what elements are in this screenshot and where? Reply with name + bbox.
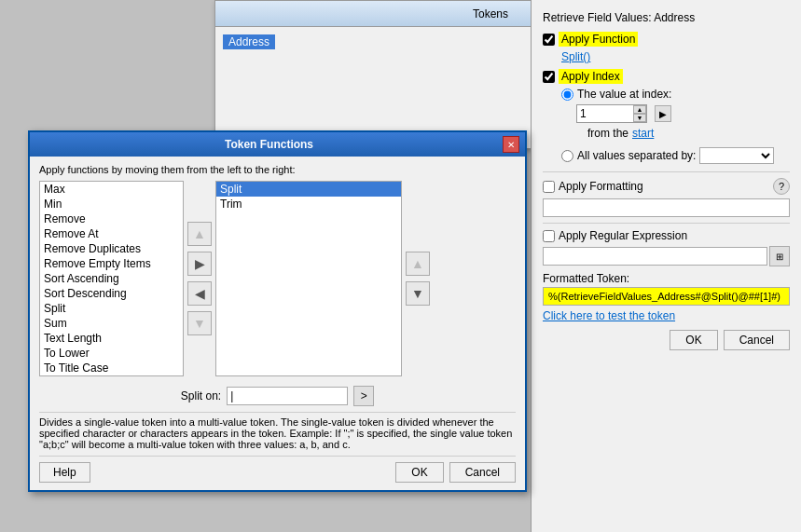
list-item[interactable]: Sum — [40, 316, 183, 331]
value-at-index-row: The value at index: — [561, 88, 790, 101]
right-up-button[interactable]: ▲ — [406, 252, 430, 276]
tf-instruction: Apply functions by moving them from the … — [39, 164, 516, 175]
regex-input-row: ⊞ — [543, 246, 790, 266]
tf-help-button[interactable]: Help — [39, 462, 90, 483]
split-on-input[interactable] — [227, 387, 348, 405]
retrieve-field-label: Retrieve Field Values: Address — [543, 11, 790, 24]
tf-ok-button[interactable]: OK — [395, 462, 443, 483]
right-panel: Retrieve Field Values: Address Apply Fun… — [531, 0, 801, 532]
tf-titlebar: Token Functions ✕ — [30, 132, 525, 157]
apply-regex-checkbox[interactable] — [543, 230, 555, 242]
value-at-index-label: The value at index: — [577, 88, 671, 101]
split-on-label: Split on: — [181, 389, 221, 402]
right-panel-ok-button[interactable]: OK — [670, 330, 717, 350]
apply-regex-row: Apply Regular Expression — [543, 229, 790, 242]
move-up-button[interactable]: ▲ — [187, 222, 212, 246]
separator-2 — [543, 223, 790, 224]
all-values-label: All values separated by: — [577, 149, 696, 162]
list-item[interactable]: Remove Duplicates — [40, 241, 183, 256]
move-down-button[interactable]: ▼ — [187, 311, 212, 335]
list-item[interactable]: Split — [40, 301, 183, 316]
token-functions-dialog: Token Functions ✕ Apply functions by mov… — [28, 130, 527, 492]
apply-function-checkbox[interactable] — [543, 34, 555, 46]
tf-body: Apply functions by moving them from the … — [30, 157, 525, 490]
apply-index-checkbox[interactable] — [543, 71, 555, 83]
list-item[interactable]: Trim — [216, 197, 401, 211]
list-item[interactable]: Sort Descending — [40, 286, 183, 301]
right-panel-cancel-button[interactable]: Cancel — [724, 330, 790, 350]
split-on-button[interactable]: > — [353, 386, 374, 406]
tf-right-listbox[interactable]: SplitTrim — [215, 181, 402, 376]
tf-left-list-wrap: MaxMinRemoveRemove AtRemove DuplicatesRe… — [39, 181, 184, 376]
list-item[interactable]: Min — [40, 197, 183, 211]
move-right-button[interactable]: ▶ — [187, 252, 212, 276]
apply-index-label: Apply Index — [559, 69, 623, 84]
tf-center-arrows: ▲ ▶ ◀ ▼ — [187, 181, 212, 376]
split-on-row: Split on: > — [39, 382, 516, 410]
click-test-link[interactable]: Click here to test the token — [543, 309, 790, 322]
tf-close-button[interactable]: ✕ — [503, 136, 519, 153]
formatting-input[interactable] — [543, 198, 790, 217]
list-item[interactable]: Remove — [40, 211, 183, 226]
apply-formatting-row: Apply Formatting ? — [543, 178, 790, 195]
index-nav-button[interactable]: ▶ — [655, 105, 671, 122]
move-left-button[interactable]: ◀ — [187, 281, 212, 306]
right-panel-buttons: OK Cancel — [543, 330, 790, 350]
index-input-wrap: ▲ ▼ — [576, 104, 647, 123]
all-values-radio[interactable] — [561, 150, 573, 162]
tf-description: Divides a single-value token into a mult… — [39, 412, 516, 456]
list-item[interactable]: Sort Ascending — [40, 271, 183, 286]
tf-lists: MaxMinRemoveRemove AtRemove DuplicatesRe… — [39, 181, 516, 376]
all-values-select[interactable] — [699, 147, 774, 164]
index-input-row: ▲ ▼ ▶ — [576, 104, 790, 123]
formatted-token-label: Formatted Token: — [543, 272, 790, 285]
list-item[interactable]: To Lower — [40, 346, 183, 361]
tf-cancel-button[interactable]: Cancel — [449, 462, 516, 483]
regex-input[interactable] — [543, 247, 767, 266]
tf-footer-buttons: OK Cancel — [395, 462, 516, 483]
index-spinner: ▲ ▼ — [633, 105, 646, 122]
list-item[interactable]: Max — [40, 182, 183, 197]
tf-right-list-wrap: SplitTrim — [215, 181, 402, 376]
apply-formatting-checkbox[interactable] — [543, 181, 555, 193]
index-input[interactable] — [577, 106, 633, 121]
apply-regex-label: Apply Regular Expression — [559, 229, 687, 242]
separator-1 — [543, 171, 790, 172]
right-down-button[interactable]: ▼ — [406, 281, 430, 306]
regex-icon-button[interactable]: ⊞ — [769, 246, 790, 266]
from-row: from the start — [587, 127, 790, 140]
list-item[interactable]: Remove At — [40, 226, 183, 241]
tf-footer: Help OK Cancel — [39, 456, 516, 483]
index-down-button[interactable]: ▼ — [633, 114, 646, 122]
list-item[interactable]: Text Length — [40, 331, 183, 346]
apply-index-row: Apply Index — [543, 69, 790, 84]
formatted-token-value: %(RetrieveFieldValues_Address#@Split()@#… — [543, 287, 790, 306]
apply-formatting-label: Apply Formatting — [559, 180, 643, 193]
split-link[interactable]: Split() — [561, 50, 790, 63]
tf-title: Token Functions — [35, 138, 503, 151]
list-item[interactable]: To Upper — [40, 375, 183, 376]
list-item[interactable]: Split — [216, 182, 401, 197]
start-link[interactable]: start — [632, 127, 654, 140]
formatting-help-icon[interactable]: ? — [773, 178, 790, 195]
apply-function-row: Apply Function — [543, 32, 790, 47]
address-highlight: Address — [223, 34, 275, 49]
apply-function-label: Apply Function — [559, 32, 638, 47]
from-label: from the — [587, 127, 628, 140]
tf-left-listbox[interactable]: MaxMinRemoveRemove AtRemove DuplicatesRe… — [39, 181, 184, 376]
index-section: The value at index: ▲ ▼ ▶ from the start… — [561, 88, 790, 164]
list-item[interactable]: Remove Empty Items — [40, 256, 183, 271]
tf-right-arrows: ▲ ▼ — [406, 181, 430, 376]
index-up-button[interactable]: ▲ — [633, 105, 646, 114]
list-item[interactable]: To Title Case — [40, 361, 183, 375]
all-values-row: All values separated by: — [561, 147, 790, 164]
value-at-index-radio[interactable] — [561, 89, 573, 101]
